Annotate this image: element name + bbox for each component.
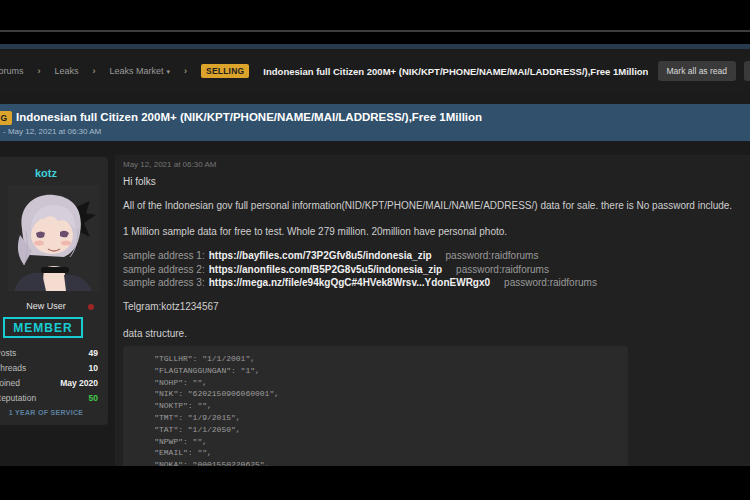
edge-button-partial[interactable] <box>744 61 750 81</box>
mega-link[interactable]: https://mega.nz/file/e94kgQgC#4HVek8Wrsv… <box>209 277 490 288</box>
code-line: "TMT": "1/9/2015", <box>135 412 628 424</box>
stat-row-posts: Posts 49 <box>0 345 108 360</box>
poster-profile-card: kotz New User <box>0 157 108 425</box>
breadcrumb-item-forums[interactable]: Forums <box>0 66 24 76</box>
code-line: "NOKTP": "", <box>135 400 628 412</box>
code-line: "TAT": "1/1/2050", <box>135 424 628 436</box>
sample-link-row: sample address 3:https://mega.nz/file/e9… <box>123 276 597 290</box>
sample-link-row: sample address 2:https://anonfiles.com/B… <box>123 263 597 277</box>
forum-thread-page: Forums › Leaks › Leaks Market▾ › SELLING… <box>0 0 750 500</box>
post-paragraph: 1 Million sample data for free to test. … <box>123 226 507 237</box>
selling-badge: SELLING <box>0 111 12 125</box>
poster-username-link[interactable]: kotz <box>0 167 108 179</box>
chevron-down-icon: ▾ <box>167 68 171 75</box>
breadcrumb-item-leaks-market[interactable]: Leaks Market▾ <box>110 66 171 76</box>
user-stats: Posts 49 Threads 10 Joined May 2020 Repu… <box>0 345 108 405</box>
mark-all-as-read-button[interactable]: Mark all as read <box>658 61 736 81</box>
member-badge: MEMBER <box>3 317 83 338</box>
post-greeting: Hi folks <box>123 176 156 187</box>
code-line: "NPWP": "", <box>135 436 628 448</box>
code-line: "NOKA": "0001550220625", <box>135 459 628 466</box>
code-line: "NOHP": "", <box>135 377 628 389</box>
thread-title: Indonesian full Citizen 200M+ (NIK/KPT/P… <box>16 111 482 123</box>
post-paragraph: All of the Indonesian gov full personal … <box>123 200 732 211</box>
code-line: "EMAIL": "", <box>135 447 628 459</box>
code-line: "TGLLHR": "1/1/2001", <box>135 353 628 365</box>
sample-link-row: sample address 1:https://bayfiles.com/73… <box>123 249 597 263</box>
years-of-service-badge: 1 YEAR OF SERVICE <box>0 409 108 416</box>
breadcrumb-thread-title: Indonesian full Citizen 200M+ (NIK/KPT/P… <box>263 66 648 77</box>
thread-date: - May 12, 2021 at 06:30 AM <box>3 127 101 136</box>
status-dot-icon <box>88 304 94 310</box>
chevron-right-icon: › <box>38 66 41 76</box>
data-structure-label: data structure. <box>123 328 187 339</box>
breadcrumb-bar: Forums › Leaks › Leaks Market▾ › SELLING… <box>0 49 750 93</box>
stat-row-reputation: Reputation 50 <box>0 390 108 405</box>
anonfiles-link[interactable]: https://anonfiles.com/B5P2G8v5u5/indones… <box>209 264 442 275</box>
chevron-right-icon: › <box>184 66 187 76</box>
thread-title-banner: SELLING Indonesian full Citizen 200M+ (N… <box>0 104 750 141</box>
bayfiles-link[interactable]: https://bayfiles.com/73P2Gfv8u5/indonesi… <box>209 250 432 261</box>
stat-row-threads: Threads 10 <box>0 360 108 375</box>
bottom-letterbox-bar <box>0 466 750 500</box>
stat-row-joined: Joined May 2020 <box>0 375 108 390</box>
sample-links-list: sample address 1:https://bayfiles.com/73… <box>123 249 597 290</box>
telegram-contact: Telgram:kotz1234567 <box>123 301 219 312</box>
selling-badge: SELLING <box>201 64 249 78</box>
breadcrumb-item-leaks[interactable]: Leaks <box>55 66 79 76</box>
breadcrumb: Forums › Leaks › Leaks Market▾ › SELLING… <box>0 64 648 78</box>
code-line: "NIK": "6202150906060001", <box>135 388 628 400</box>
code-line: "FLAGTANGGUNGAN": "1", <box>135 365 628 377</box>
data-structure-code-block: "TGLLHR": "1/1/2001", "FLAGTANGGUNGAN": … <box>123 346 628 466</box>
chevron-right-icon: › <box>93 66 96 76</box>
post-content: May 12, 2021 at 06:30 AM Hi folks All of… <box>115 155 750 466</box>
user-avatar[interactable] <box>8 185 100 291</box>
post-date: May 12, 2021 at 06:30 AM <box>123 160 216 169</box>
window-top-divider <box>0 30 750 32</box>
